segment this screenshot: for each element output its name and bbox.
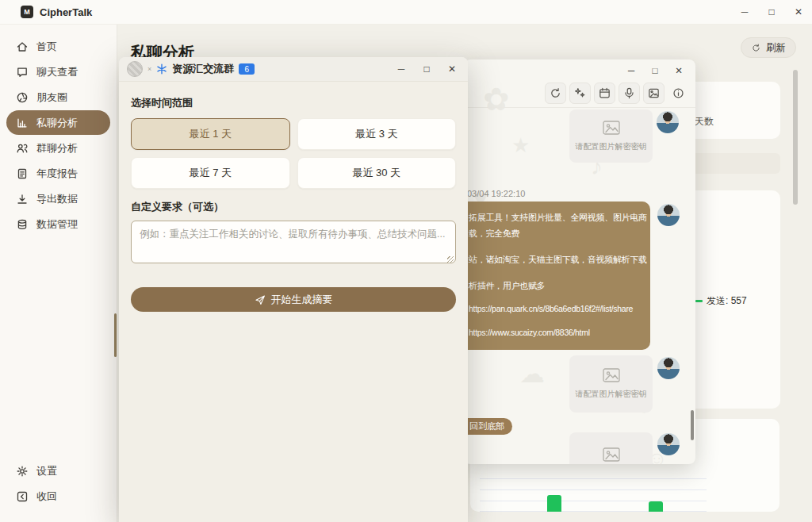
collapse-icon bbox=[16, 490, 29, 503]
user-avatar[interactable] bbox=[657, 357, 680, 379]
gridline bbox=[480, 501, 707, 501]
report-icon bbox=[16, 167, 29, 180]
sidebar-item-home[interactable]: 首页 bbox=[6, 34, 110, 59]
minimize-icon[interactable]: ─ bbox=[731, 0, 758, 24]
close-icon[interactable]: ✕ bbox=[785, 0, 812, 24]
sidebar-item-label: 年度报告 bbox=[36, 167, 78, 181]
group-avatar bbox=[127, 61, 143, 77]
image-placeholder-icon bbox=[603, 447, 620, 462]
main-scrollbar-thumb[interactable] bbox=[793, 70, 798, 205]
user-avatar[interactable] bbox=[657, 433, 680, 455]
sidebar-item-label: 朋友圈 bbox=[36, 90, 67, 105]
chat-window: ✿ ♥ ☀ ♪ ★ ☺ ☁ ✿ ★ ☺ ─ □ ✕ 请配置图片解密密钥 03/0… bbox=[464, 59, 695, 464]
minimize-icon[interactable]: ─ bbox=[389, 59, 414, 79]
export-icon bbox=[16, 193, 29, 205]
generate-summary-label: 开始生成摘要 bbox=[271, 293, 333, 307]
chart-bar bbox=[649, 501, 663, 512]
maximize-icon[interactable]: □ bbox=[643, 61, 667, 80]
snowflake-icon bbox=[156, 63, 167, 75]
chat-message-bubble: 拓展工具！支持图片批量、全网视频、图片电商 载，完全免费 站，诸如淘宝，天猫主图… bbox=[464, 202, 650, 350]
sidebar-item-collapse[interactable]: 收回 bbox=[6, 484, 110, 509]
refresh-icon[interactable] bbox=[545, 83, 566, 104]
window-controls: ─ □ ✕ bbox=[389, 59, 465, 79]
sidebar: 首页 聊天查看 朋友圈 私聊分析 群聊分析 年度报告 导出数据 数据管理 bbox=[0, 24, 117, 522]
window-controls: ─ □ ✕ bbox=[731, 0, 812, 24]
moments-icon bbox=[16, 91, 29, 104]
encrypted-image-placeholder: 请配置图片解密密钥 bbox=[569, 432, 653, 464]
calendar-icon[interactable] bbox=[594, 83, 615, 104]
chat-window-titlebar: ─ □ ✕ bbox=[464, 59, 695, 82]
time-range-options: 最近 1 天 最近 3 天 最近 7 天 最近 30 天 bbox=[131, 118, 456, 189]
image-placeholder-icon bbox=[603, 121, 620, 135]
encrypted-image-placeholder: 请配置图片解密密钥 bbox=[569, 355, 653, 413]
time-range-option-30d[interactable]: 最近 30 天 bbox=[297, 157, 457, 189]
close-icon[interactable]: ✕ bbox=[439, 59, 465, 79]
back-to-bottom-button[interactable]: 回到底部 bbox=[464, 418, 512, 435]
gridline bbox=[480, 478, 707, 479]
message-line: 载，完全免费 bbox=[469, 225, 641, 241]
send-icon bbox=[255, 294, 266, 305]
chat-scrollbar-thumb[interactable] bbox=[691, 410, 694, 440]
user-avatar[interactable] bbox=[657, 111, 679, 133]
info-icon[interactable] bbox=[668, 83, 689, 104]
summary-dialog-titlebar: × 资源汇交流群 6 ─ □ ✕ bbox=[119, 57, 468, 82]
user-avatar[interactable] bbox=[657, 204, 680, 226]
resize-grip-icon[interactable] bbox=[447, 256, 454, 263]
gridline bbox=[480, 511, 707, 512]
sidebar-nav: 首页 聊天查看 朋友圈 私聊分析 群聊分析 年度报告 导出数据 数据管理 bbox=[0, 24, 117, 236]
app-logo-icon: M bbox=[21, 6, 33, 18]
sidebar-item-label: 聊天查看 bbox=[36, 65, 78, 79]
stat-card-label-partial: 天数 bbox=[695, 115, 714, 129]
gear-icon bbox=[16, 465, 29, 478]
sidebar-item-label: 数据管理 bbox=[36, 217, 78, 232]
sidebar-item-label: 收回 bbox=[36, 489, 57, 504]
multiply-separator: × bbox=[147, 65, 151, 73]
sidebar-item-export-data[interactable]: 导出数据 bbox=[6, 186, 110, 211]
close-icon[interactable]: ✕ bbox=[667, 61, 691, 80]
sidebar-item-private-analysis[interactable]: 私聊分析 bbox=[6, 110, 110, 135]
sidebar-item-label: 私聊分析 bbox=[36, 116, 78, 130]
sidebar-footer: 设置 收回 bbox=[0, 458, 117, 509]
message-link[interactable]: https://www.sucaizy.com/8836/html bbox=[469, 324, 641, 340]
encrypted-image-placeholder: 请配置图片解密密钥 bbox=[569, 109, 653, 163]
image-placeholder-icon bbox=[603, 368, 620, 382]
sidebar-item-annual-report[interactable]: 年度报告 bbox=[6, 161, 110, 186]
sidebar-item-group-analysis[interactable]: 群聊分析 bbox=[6, 136, 110, 160]
time-range-option-3d[interactable]: 最近 3 天 bbox=[297, 118, 457, 150]
maximize-icon[interactable]: □ bbox=[758, 0, 785, 24]
chart-legend-sent: 发送: 557 bbox=[695, 294, 747, 308]
placeholder-text: 请配置图片解密密钥 bbox=[576, 141, 647, 152]
sidebar-item-chat-view[interactable]: 聊天查看 bbox=[6, 59, 110, 84]
legend-label: 发送: 557 bbox=[707, 294, 747, 308]
message-line: 站，诸如淘宝，天猫主图下载，音视频解析下载 bbox=[469, 251, 641, 267]
custom-requirements-wrap bbox=[131, 221, 456, 267]
chart-bar bbox=[547, 495, 561, 512]
maximize-icon[interactable]: □ bbox=[414, 59, 439, 79]
home-icon bbox=[16, 40, 29, 53]
sidebar-item-settings[interactable]: 设置 bbox=[6, 459, 110, 483]
sidebar-scrollbar-thumb[interactable] bbox=[114, 313, 117, 357]
placeholder-text: 请配置图片解密密钥 bbox=[576, 389, 647, 400]
time-range-option-1d[interactable]: 最近 1 天 bbox=[131, 118, 290, 150]
custom-requirements-input[interactable] bbox=[131, 221, 456, 263]
image-icon[interactable] bbox=[643, 83, 665, 104]
mic-icon[interactable] bbox=[619, 83, 640, 104]
refresh-label: 刷新 bbox=[766, 41, 786, 55]
refresh-icon bbox=[751, 43, 761, 53]
message-link[interactable]: https://pan.quark.cn/s/8b6a6edb16f2#/lis… bbox=[469, 301, 641, 317]
chat-toolbar bbox=[545, 83, 689, 104]
group-icon bbox=[16, 142, 29, 155]
refresh-button[interactable]: 刷新 bbox=[741, 37, 796, 58]
custom-requirements-label: 自定义要求（可选） bbox=[131, 200, 456, 214]
legend-color-swatch bbox=[695, 300, 703, 302]
minimize-icon[interactable]: ─ bbox=[619, 61, 643, 80]
gridline bbox=[480, 489, 707, 490]
generate-summary-button[interactable]: 开始生成摘要 bbox=[131, 287, 456, 312]
time-range-option-7d[interactable]: 最近 7 天 bbox=[131, 157, 290, 189]
chat-message-area: 请配置图片解密密钥 03/04 19:22:10 拓展工具！支持图片批量、全网视… bbox=[464, 108, 695, 464]
sparkles-icon[interactable] bbox=[569, 83, 591, 104]
message-line: 拓展工具！支持图片批量、全网视频、图片电商 bbox=[469, 209, 641, 225]
sidebar-item-moments[interactable]: 朋友圈 bbox=[6, 85, 110, 109]
sidebar-item-data-management[interactable]: 数据管理 bbox=[6, 212, 110, 236]
sidebar-item-label: 设置 bbox=[36, 464, 57, 478]
